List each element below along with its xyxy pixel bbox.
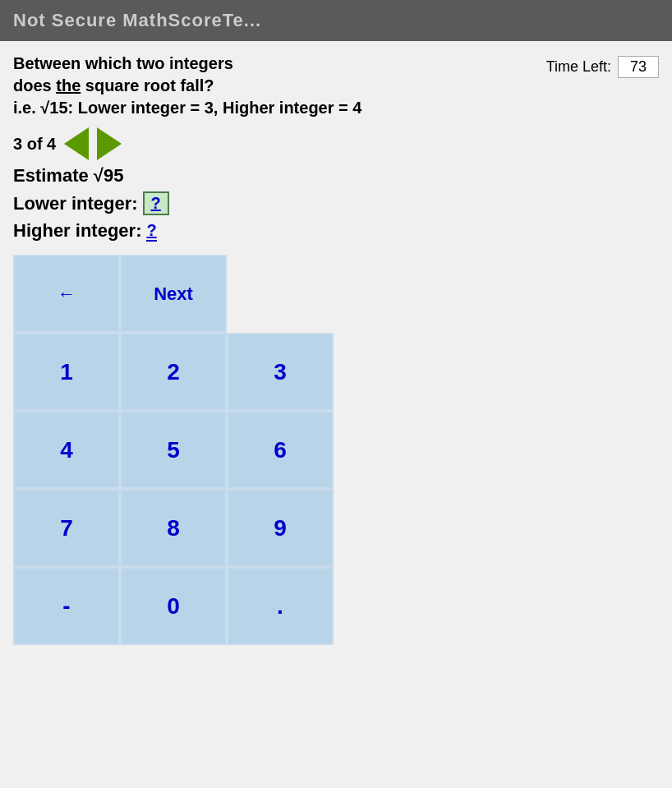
keypad-row-2: 4 5 6	[13, 411, 334, 489]
keypad-row-control: ← Next	[13, 255, 334, 333]
key-0[interactable]: 0	[120, 567, 227, 645]
keypad-row-1: 1 2 3	[13, 333, 334, 411]
key-6[interactable]: 6	[227, 411, 334, 489]
lower-integer-row: Lower integer: ?	[13, 191, 659, 215]
timer-value: 73	[618, 56, 659, 78]
key-4[interactable]: 4	[13, 411, 120, 489]
key-minus[interactable]: -	[13, 567, 120, 645]
keypad-row-4: - 0 .	[13, 567, 334, 645]
lower-integer-input[interactable]: ?	[143, 191, 169, 215]
timer-box: Time Left: 73	[546, 56, 659, 78]
prev-question-button[interactable]	[64, 127, 89, 160]
question-nav: 3 of 4	[13, 127, 659, 160]
timer-label: Time Left:	[546, 58, 611, 76]
key-1[interactable]: 1	[13, 333, 120, 411]
next-button[interactable]: Next	[120, 255, 227, 333]
higher-integer-input[interactable]: ?	[146, 221, 156, 242]
estimate-text: Estimate √95	[13, 165, 123, 186]
key-dot[interactable]: .	[227, 567, 334, 645]
lower-integer-label: Lower integer:	[13, 193, 138, 214]
instructions-line2a: does	[13, 76, 56, 94]
key-3[interactable]: 3	[227, 333, 334, 411]
instructions-line3: i.e. √15: Lower integer = 3, Higher inte…	[13, 99, 361, 117]
next-question-button[interactable]	[97, 127, 122, 160]
top-bar-title: Not Secure MathScoreTe...	[13, 10, 261, 31]
instructions-line1: Between which two integers	[13, 54, 233, 72]
estimate-label: Estimate √95	[13, 165, 659, 187]
keypad-row-3: 7 8 9	[13, 489, 334, 567]
key-5[interactable]: 5	[120, 411, 227, 489]
backspace-button[interactable]: ←	[13, 255, 120, 333]
next-label: Next	[154, 283, 193, 305]
key-7[interactable]: 7	[13, 489, 120, 567]
top-bar: Not Secure MathScoreTe...	[0, 0, 672, 41]
key-2[interactable]: 2	[120, 333, 227, 411]
key-8[interactable]: 8	[120, 489, 227, 567]
keypad: ← Next 1 2 3 4 5 6 7 8 9 - 0 .	[13, 255, 334, 645]
header-row: Between which two integers does the squa…	[13, 53, 659, 119]
instructions-the: the	[56, 76, 81, 94]
question-count: 3 of 4	[13, 135, 56, 154]
higher-integer-row: Higher integer: ?	[13, 220, 659, 242]
right-arrow-icon	[97, 127, 122, 160]
main-content: Between which two integers does the squa…	[0, 41, 672, 788]
instructions-line2b: square root fall?	[81, 76, 214, 94]
instructions: Between which two integers does the squa…	[13, 53, 361, 119]
higher-integer-label: Higher integer:	[13, 220, 141, 242]
key-9[interactable]: 9	[227, 489, 334, 567]
left-arrow-icon	[64, 127, 89, 160]
back-icon: ←	[58, 283, 76, 305]
